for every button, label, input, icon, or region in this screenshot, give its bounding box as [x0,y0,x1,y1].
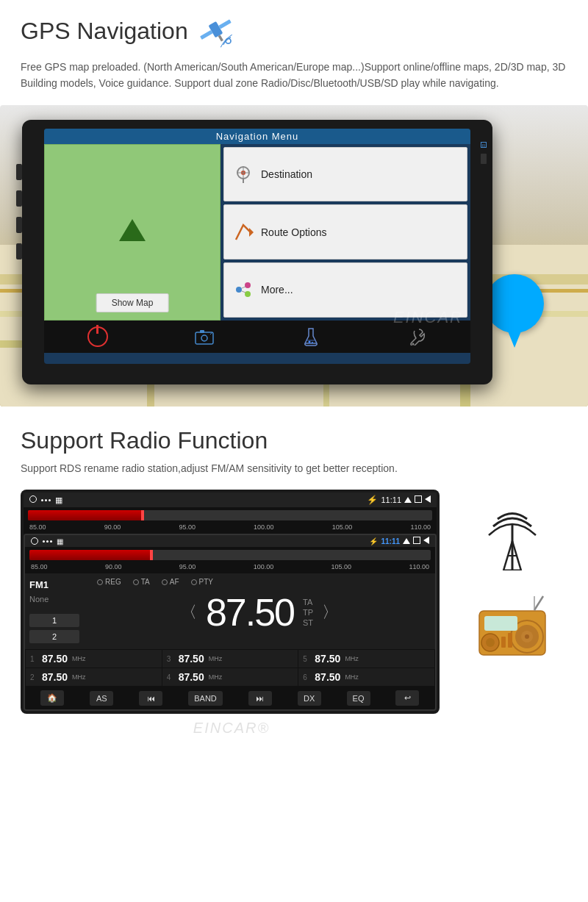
svg-rect-39 [508,633,512,648]
fm-slider-track[interactable] [28,510,432,520]
svg-point-11 [236,287,242,293]
preset-btn-1[interactable]: 1 [29,614,79,627]
preset-cell-3[interactable]: 3 87.50 MHz [162,650,298,667]
radio-nav-bar: 🏠 AS ⏮ BAND ⏭ DX EQ ↩ [25,687,435,709]
preset-freq-6: 87.50 [315,671,340,683]
preset-freq-1: 87.50 [42,653,68,665]
scale-2: 90.00 [104,523,121,531]
home-nav-btn[interactable]: 🏠 [40,690,64,706]
freq-left-arrow[interactable]: 〈 [181,601,197,623]
car-screen: Navigation Menu ⏻ ⌂ ℹ ◁ ◁ Show Map [44,129,470,364]
radio-device-area: ▦ ⚡ 11:11 [21,490,442,742]
status-left: ▦ [29,495,62,505]
svg-rect-1 [200,30,212,40]
preset-num-2: 2 [30,673,39,681]
freq-right-arrow[interactable]: 〉 [322,601,338,623]
satellite-icon [196,15,240,51]
fm-bar-inner: 85.00 90.00 95.00 100.00 105.00 110.00 [25,547,435,573]
scale-3: 95.00 [179,523,196,531]
inner-dots-icon [43,540,52,543]
show-map-button[interactable]: Show Map [96,293,169,312]
preset-cell-2[interactable]: 2 87.50 MHz [26,668,162,686]
square-status [415,495,422,504]
flask-icon [304,327,318,346]
radio-section: Support Radio Function Support RDS renam… [0,407,588,742]
fm-slider-fill [28,510,141,520]
preset-mhz-1: MHz [72,655,86,662]
preset-cell-6[interactable]: 6 87.50 MHz [298,668,434,686]
mode-reg: REG [97,578,121,586]
gps-section: GPS Navigation Free GPS map preloaded. (… [0,0,588,92]
fm-inner-indicator [150,550,153,560]
svg-rect-38 [501,637,506,648]
radio-device-icon [476,593,549,659]
svg-point-35 [486,638,495,647]
svg-point-32 [525,634,529,639]
preset-cell-1[interactable]: 1 87.50 MHz [26,650,162,667]
svg-line-14 [242,287,245,288]
preset-btn-2[interactable]: 2 [29,630,79,643]
settings-toolbar-btn[interactable] [405,324,430,349]
side-btn-4[interactable] [16,243,22,259]
nav-arrow [119,219,146,241]
preset-num-4: 4 [167,673,176,681]
inner-square [413,537,420,545]
volume-btn[interactable] [481,154,487,164]
bluetooth-status: ⚡ 11:11 [367,495,431,505]
location-pin [485,274,544,348]
triangle-status [425,495,431,504]
svg-rect-33 [484,616,517,631]
power-toolbar-btn[interactable] [85,324,110,349]
as-nav-btn[interactable]: AS [90,691,113,706]
svg-point-13 [245,291,251,297]
preset-mhz-3: MHz [209,655,223,662]
preset-freq-5: 87.50 [315,653,340,665]
preset-mhz-5: MHz [345,655,359,662]
device-right-controls: R [481,142,487,164]
dots-status [41,499,51,501]
radio-title: Support Radio Function [21,427,567,454]
radio-screenshot-outer: ▦ ⚡ 11:11 [21,490,440,714]
svg-rect-2 [218,19,231,29]
fm-bar-outer: 85.00 90.00 95.00 100.00 105.00 110.00 [24,507,437,534]
svg-point-12 [245,282,251,288]
preset-mhz-4: MHz [209,673,223,681]
band-nav-btn[interactable]: BAND [188,691,223,706]
dx-nav-btn[interactable]: DX [298,691,321,706]
preset-cell-5[interactable]: 5 87.50 MHz [298,650,434,667]
route-options-button[interactable]: Route Options [223,204,467,259]
side-btn-2[interactable] [16,190,22,207]
preset-num-1: 1 [30,655,39,663]
preset-cell-4[interactable]: 4 87.50 MHz [162,668,298,686]
svg-point-22 [412,343,414,345]
next-nav-btn[interactable]: ⏭ [248,691,272,706]
svg-point-21 [312,342,313,343]
flask-toolbar-btn[interactable] [298,324,323,349]
gps-description: Free GPS map preloaded. (North American/… [21,59,567,92]
nav-options: Destination Route Options [220,144,470,321]
destination-icon [232,162,255,186]
side-btn-1[interactable] [16,164,22,180]
fm-scale: 85.00 90.00 95.00 100.00 105.00 110.00 [28,523,432,531]
gps-title: GPS Navigation [21,18,188,45]
nav-map-area: Show Map [44,144,220,321]
mode-af: AF [162,578,179,586]
destination-button[interactable]: Destination [223,147,467,202]
status-time: 11:11 [381,495,401,504]
fm-slider-indicator [141,510,144,520]
eq-nav-btn[interactable]: EQ [347,691,370,706]
side-btn-3[interactable] [16,217,22,233]
radio-content: ▦ ⚡ 11:11 [21,490,567,742]
none-label: None [29,595,79,604]
car-device: Navigation Menu ⏻ ⌂ ℹ ◁ ◁ Show Map [22,120,492,384]
fm-inner-slider-track[interactable] [29,550,431,560]
reset-btn[interactable]: R [481,142,487,148]
camera-toolbar-btn[interactable] [192,324,217,349]
back-nav-btn[interactable]: ↩ [395,690,419,706]
nav-menu-bar: Navigation Menu [44,129,470,144]
fm-label: FM1 [29,579,79,590]
radio-icons-right [457,490,567,659]
prev-nav-btn[interactable]: ⏮ [139,691,162,706]
route-options-label: Route Options [261,226,327,238]
svg-line-36 [534,596,543,610]
